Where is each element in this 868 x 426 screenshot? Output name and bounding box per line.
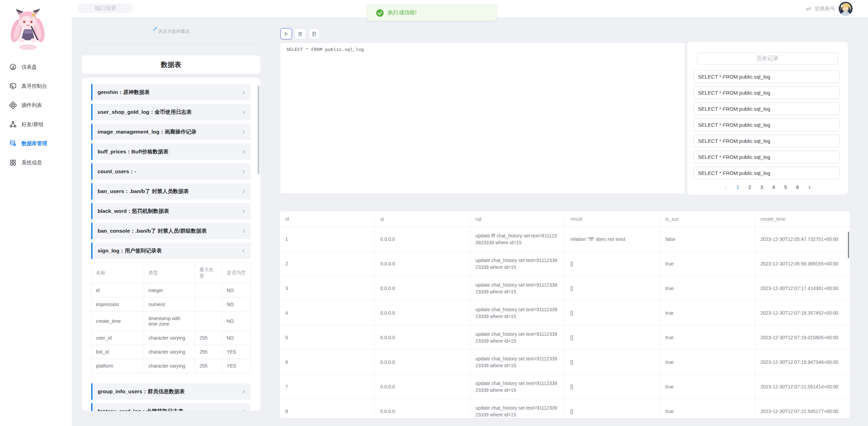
schema-cell: NO [222, 331, 251, 345]
results-column-ip: ip [375, 211, 470, 226]
table-list-item[interactable]: group_info_users：群员信息数据表 [91, 383, 251, 400]
app-logo [9, 6, 47, 53]
results-cell-sql: update chat_history set text=91112339233… [470, 276, 565, 300]
panel-divider [82, 44, 260, 44]
sidebar: 仪表盘 真寻控制台 插件列表 好友/群组 数据库管理 系统信息 [0, 0, 72, 426]
sql-editor[interactable]: SELECT * FROM public.sql_log [280, 42, 685, 194]
results-cell-ip: 0.0.0.0 [375, 301, 470, 325]
table-list-item[interactable]: ban_console：.ban/b了 封禁人员/群组数据表 [91, 223, 251, 239]
page-1[interactable]: 1 [734, 183, 742, 192]
page-3[interactable]: 3 [757, 183, 766, 192]
table-list-item[interactable]: image_management_log：画廊操作记录 [91, 124, 251, 140]
page-next-icon[interactable] [805, 183, 814, 192]
history-item[interactable]: SELECT * FROM public.sql_log [694, 70, 840, 83]
sidebar-item-label: 数据库管理 [22, 140, 47, 147]
results-cell-is_suc: true [660, 325, 755, 349]
copy-button[interactable] [309, 28, 320, 39]
page-4[interactable]: 4 [769, 183, 778, 192]
sidebar-item-plugins[interactable]: 插件列表 [0, 96, 72, 115]
table-list-item[interactable]: user_shop_gold_log：金币使用日志表 [91, 104, 251, 120]
schema-row: platformcharacter varying255YES [91, 359, 251, 373]
history-item[interactable]: SELECT * FROM public.sql_log [694, 167, 840, 179]
chevron-right-icon [241, 169, 246, 174]
user-avatar[interactable] [839, 2, 853, 16]
toast-message: 执行成功啦! [388, 9, 416, 16]
results-cell-ip: 0.0.0.0 [375, 350, 470, 374]
history-item[interactable]: SELECT * FROM public.sql_log [694, 135, 840, 147]
table-list-item[interactable]: genshin：原神数据表 [91, 84, 251, 100]
schema-header-row: 名称类型最大长度是否为空 [91, 263, 251, 284]
schema-cell: user_id [91, 331, 144, 345]
page-2[interactable]: 2 [745, 183, 754, 192]
history-item[interactable]: SELECT * FROM public.sql_log [694, 86, 840, 99]
sidebar-item-label: 真寻控制台 [22, 83, 47, 90]
table-list-item[interactable]: sign_log：用户签到记录表 [91, 243, 251, 259]
table-list-item[interactable]: count_users：- [91, 163, 251, 180]
results-cell-is_suc: false [660, 227, 755, 251]
sidebar-item-system[interactable]: 系统信息 [0, 153, 72, 172]
run-button[interactable] [281, 28, 292, 39]
results-cell-sql: update chat_history set text=91112339233… [470, 251, 565, 276]
results-row: 10.0.0.0update fff chat_history set text… [280, 227, 850, 251]
sidebar-item-console[interactable]: 真寻控制台 [0, 77, 72, 96]
results-cell-ip: 0.0.0.0 [375, 276, 470, 300]
results-cell-is_suc: true [660, 350, 755, 374]
account-switcher[interactable]: ⇌ 切换账号 [806, 0, 853, 17]
schema-cell: character varying [144, 331, 195, 345]
table-list-item-label: ban_console：.ban/b了 封禁人员/群组数据表 [98, 228, 207, 235]
results-cell-is_suc: true [660, 251, 755, 276]
table-list-item[interactable]: buff_prices：Buff价格数据表 [91, 143, 251, 160]
history-pagination: 123456 [687, 183, 848, 192]
results-row: 50.0.0.0update chat_history set text=911… [280, 325, 850, 350]
sidebar-item-label: 仪表盘 [22, 64, 37, 70]
chevron-right-icon [241, 209, 246, 214]
page-5[interactable]: 5 [781, 183, 790, 192]
port-settings-button[interactable]: 端口设置 [77, 2, 134, 14]
table-list-item-label: ban_users：.ban/b了 封禁人员数据表 [98, 188, 189, 195]
table-list-item[interactable]: black_word：惩罚机制数据表 [91, 203, 251, 219]
results-header: idipsqlresultis_succreate_time [280, 211, 850, 227]
schema-cell: timestamp with time zone [144, 312, 195, 331]
history-item[interactable]: SELECT * FROM public.sql_log [694, 119, 840, 131]
tables-title: 数据表 [161, 60, 181, 69]
page-6[interactable]: 6 [793, 183, 802, 192]
schema-header-cell: 是否为空 [222, 263, 251, 284]
results-cell-ip: 0.0.0.0 [375, 399, 470, 418]
table-list-item-label: count_users：- [98, 168, 136, 175]
results-cell-ip: 0.0.0.0 [375, 325, 470, 349]
tables-list-scrollbar[interactable] [258, 85, 259, 174]
magic-wand-icon [153, 26, 158, 33]
results-cell-ip: 0.0.0.0 [375, 251, 470, 276]
history-panel: 历史记录 SELECT * FROM public.sql_logSELECT … [687, 42, 848, 195]
results-cell-id: 5 [280, 325, 375, 349]
results-row: 30.0.0.0update chat_history set text=911… [280, 276, 850, 301]
sidebar-item-database[interactable]: 数据库管理 [0, 134, 72, 153]
history-item[interactable]: SELECT * FROM public.sql_log [694, 151, 840, 163]
sidebar-item-gauge[interactable]: 仪表盘 [0, 57, 72, 77]
schema-cell: bot_id [91, 345, 144, 359]
results-cell-sql: update chat_history set text=91112339233… [470, 374, 565, 399]
table-list-item-label: sign_log：用户签到记录表 [98, 247, 162, 255]
chevron-right-icon [241, 110, 246, 115]
sql-toolbar [281, 28, 320, 39]
results-cell-ip: 0.0.0.0 [375, 227, 470, 251]
page-prev-icon[interactable] [722, 183, 730, 192]
results-row: 80.0.0.0update chat_history set text=911… [280, 399, 850, 418]
sidebar-item-label: 好友/群组 [22, 121, 43, 128]
history-item[interactable]: SELECT * FROM public.sql_log [694, 102, 840, 115]
chevron-right-icon [241, 149, 246, 154]
table-list-item[interactable]: ban_users：.ban/b了 封禁人员数据表 [91, 183, 251, 200]
schema-cell: numeric [144, 298, 195, 312]
results-cell-result: [] [565, 350, 660, 374]
schema-cell: character varying [144, 345, 195, 359]
results-scrollbar[interactable] [848, 232, 849, 258]
results-column-id: id [280, 211, 375, 226]
sidebar-item-friends[interactable]: 好友/群组 [0, 115, 72, 134]
switch-account-label: 切换账号 [815, 5, 835, 12]
results-cell-sql: update chat_history set text=91112339233… [470, 325, 565, 349]
schema-cell: impression [91, 298, 144, 312]
table-list-item[interactable]: fantasy_card_log：卡牌获取日志表 [91, 403, 251, 411]
clear-button[interactable] [295, 28, 306, 39]
results-cell-id: 7 [280, 374, 375, 399]
theme-caption-text: 风灵月影的魔法 [159, 28, 190, 35]
